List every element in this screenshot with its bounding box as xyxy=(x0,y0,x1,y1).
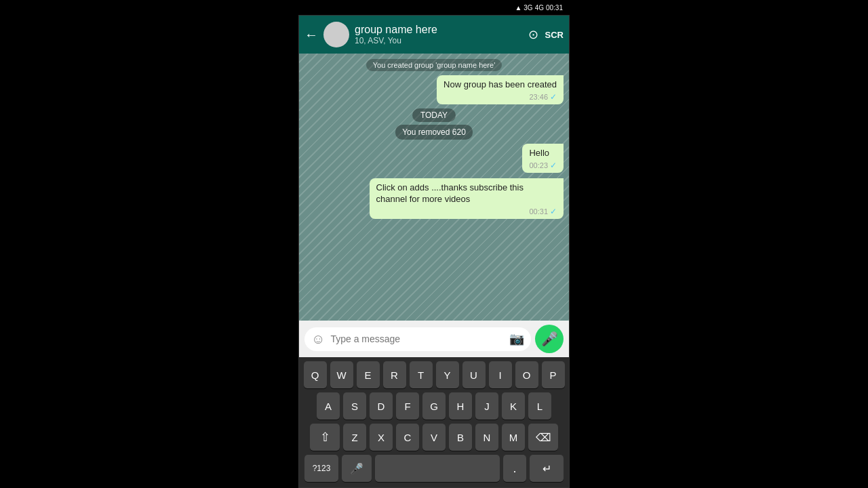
key-g[interactable]: G xyxy=(422,392,446,420)
bubble-time: 00:31 xyxy=(529,207,548,216)
video-call-icon[interactable]: ⊙ xyxy=(526,24,541,45)
day-divider: TODAY xyxy=(412,108,456,122)
key-u[interactable]: U xyxy=(462,361,486,388)
time-label: 00:31 xyxy=(546,4,563,12)
space-key[interactable] xyxy=(375,455,500,482)
keyboard-row-2: A S D F G H J K L xyxy=(302,392,566,420)
enter-key[interactable]: ↵ xyxy=(530,455,564,482)
bubble-tick: ✓ xyxy=(550,161,557,170)
bubble-text: Click on adds ....thanks subscribe this … xyxy=(376,182,557,205)
status-icons: ▲ 3G 4G 00:31 xyxy=(515,4,563,12)
message-row: Hello 00:23 ✓ xyxy=(304,144,564,173)
bubble-meta: 00:23 ✓ xyxy=(529,161,557,170)
phone-container: ▲ 3G 4G 00:31 ← group name here 10, ASV,… xyxy=(298,0,570,488)
messages-scroll: You created group 'group name here' Now … xyxy=(299,54,569,321)
key-t[interactable]: T xyxy=(410,361,433,388)
mic-icon: 🎤 xyxy=(541,331,558,347)
bubble-tick: ✓ xyxy=(550,92,557,102)
wifi-icon: ▲ xyxy=(515,4,521,12)
bubble-time: 23:46 xyxy=(529,93,548,101)
backspace-key[interactable]: ⌫ xyxy=(528,424,558,451)
header-icons: ⊙ SCR xyxy=(526,24,564,45)
key-v[interactable]: V xyxy=(422,424,446,451)
key-w[interactable]: W xyxy=(330,361,353,388)
chat-header: ← group name here 10, ASV, You ⊙ SCR xyxy=(299,16,569,54)
wa-screen: ← group name here 10, ASV, You ⊙ SCR You… xyxy=(298,15,570,488)
bubble-meta: 23:46 ✓ xyxy=(443,92,557,102)
message-input-bar: ☺ 📷 🎤 xyxy=(299,321,569,357)
bubble-meta: 00:31 ✓ xyxy=(376,207,557,216)
group-avatar[interactable] xyxy=(323,22,349,47)
bubble-outgoing: Now group has been created 23:46 ✓ xyxy=(437,75,564,104)
key-e[interactable]: E xyxy=(357,361,380,388)
key-y[interactable]: Y xyxy=(436,361,459,388)
kb-mic-key[interactable]: 🎤 xyxy=(342,455,372,482)
bubble-text: Hello xyxy=(529,148,557,159)
group-members: 10, ASV, You xyxy=(355,36,520,45)
key-c[interactable]: C xyxy=(396,424,419,451)
message-row: Now group has been created 23:46 ✓ xyxy=(304,75,564,104)
system-msg-removed: You removed 620 xyxy=(395,125,473,140)
keyboard: Q W E R T Y U I O P A S D F G H J K xyxy=(299,357,569,487)
keyboard-row-3: ⇧ Z X C V B N M ⌫ xyxy=(302,424,566,451)
back-button[interactable]: ← xyxy=(304,27,318,43)
key-j[interactable]: J xyxy=(475,392,498,420)
group-name: group name here xyxy=(355,24,520,36)
status-bar: ▲ 3G 4G 00:31 xyxy=(298,0,570,15)
key-k[interactable]: K xyxy=(502,392,525,420)
keyboard-bottom-row: ?123 🎤 . ↵ xyxy=(302,455,566,487)
bubble-outgoing: Hello 00:23 ✓ xyxy=(522,144,564,173)
period-key[interactable]: . xyxy=(503,455,526,482)
bubble-time: 00:23 xyxy=(529,161,548,169)
shift-key[interactable]: ⇧ xyxy=(310,424,340,451)
system-msg-created: You created group 'group name here' xyxy=(366,59,502,71)
signal-label: 4G xyxy=(535,4,544,12)
key-q[interactable]: Q xyxy=(304,361,327,388)
key-x[interactable]: X xyxy=(370,424,393,451)
key-a[interactable]: A xyxy=(317,392,340,420)
bubble-tick: ✓ xyxy=(550,207,557,216)
key-l[interactable]: L xyxy=(528,392,551,420)
message-row: Click on adds ....thanks subscribe this … xyxy=(304,178,564,219)
emoji-icon[interactable]: ☺ xyxy=(311,331,325,347)
num-key[interactable]: ?123 xyxy=(304,455,338,482)
key-i[interactable]: I xyxy=(489,361,512,388)
header-info: group name here 10, ASV, You xyxy=(355,24,520,45)
message-input[interactable] xyxy=(330,333,504,344)
network-label: 3G xyxy=(524,4,532,12)
bubble-outgoing: Click on adds ....thanks subscribe this … xyxy=(370,178,564,219)
key-o[interactable]: O xyxy=(515,361,538,388)
bubble-text: Now group has been created xyxy=(443,79,557,91)
key-d[interactable]: D xyxy=(370,392,393,420)
key-m[interactable]: M xyxy=(502,424,525,451)
keyboard-row-1: Q W E R T Y U I O P xyxy=(302,361,566,388)
key-b[interactable]: B xyxy=(449,424,472,451)
key-n[interactable]: N xyxy=(475,424,498,451)
scr-badge[interactable]: SCR xyxy=(545,30,564,40)
key-r[interactable]: R xyxy=(383,361,406,388)
camera-icon[interactable]: 📷 xyxy=(509,331,524,346)
key-h[interactable]: H xyxy=(449,392,472,420)
key-f[interactable]: F xyxy=(396,392,419,420)
mic-button[interactable]: 🎤 xyxy=(535,325,564,353)
key-p[interactable]: P xyxy=(542,361,565,388)
input-field-wrapper[interactable]: ☺ 📷 xyxy=(304,327,531,351)
key-z[interactable]: Z xyxy=(343,424,366,451)
chat-area: You created group 'group name here' Now … xyxy=(299,54,569,357)
key-s[interactable]: S xyxy=(343,392,366,420)
